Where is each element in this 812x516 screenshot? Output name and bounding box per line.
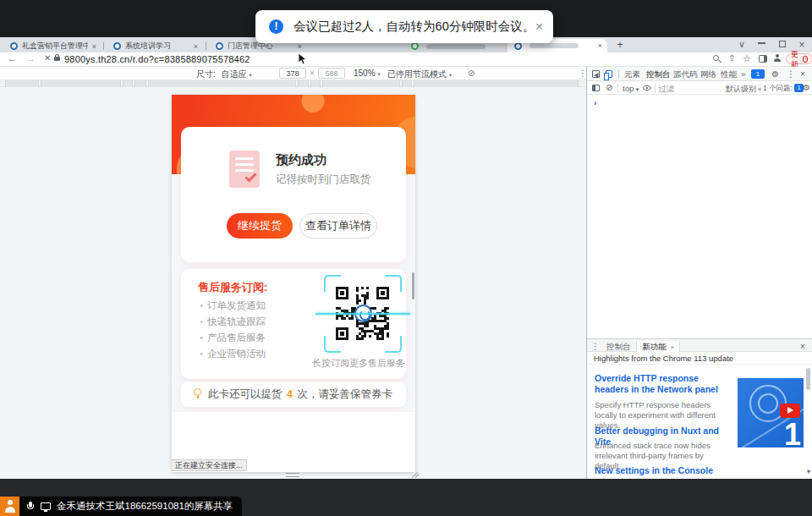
tab-favicon [411, 42, 419, 50]
devtools-tabbar: 元素 控制台 源代码 网络 性能 » 1 ⚙ ⋮ × [587, 67, 812, 81]
side-panel-icon[interactable] [759, 55, 767, 63]
success-title: 预约成功 [276, 152, 326, 168]
qr-code[interactable] [324, 275, 402, 353]
forward-icon[interactable]: → [26, 53, 36, 63]
address-toolbar: ← → ✕ 9800ys.th28.cn/r.do?c=838588907557… [0, 52, 812, 67]
drawer-more-icon[interactable]: ⋮ [591, 342, 600, 351]
device-size-label: 尺寸: 自适应 ▾ [196, 69, 252, 80]
zoom-indicator-icon[interactable] [713, 55, 719, 61]
issues-label[interactable]: 1 个问题: [763, 84, 793, 94]
success-subtitle: 记得按时到门店取货 [276, 173, 371, 187]
window-restore-button[interactable] [779, 41, 786, 47]
play-button-icon[interactable] [780, 403, 800, 418]
profile-icon[interactable] [773, 54, 782, 63]
console-settings-gear-icon[interactable]: ⚙ [803, 83, 810, 92]
lightbulb-icon [194, 388, 201, 396]
device-height-input[interactable] [318, 68, 345, 79]
whats-new-link[interactable]: Override HTTP response headers in the Ne… [595, 373, 733, 395]
update-chrome-button[interactable]: 更新 ! [786, 53, 812, 64]
service-item: •订单发货通知 [200, 299, 266, 312]
device-zoom-select[interactable]: 150% ▾ [354, 69, 381, 78]
more-tabs-icon[interactable]: » [741, 69, 745, 79]
url-text[interactable]: 9800ys.th28.cn/r.do?c=8385889075578462 [64, 54, 250, 64]
info-icon: ! [269, 19, 283, 34]
viewport-resize-corner[interactable] [411, 469, 420, 478]
bookmark-star-icon[interactable]: ☆ [743, 53, 751, 64]
page-scrollbar[interactable] [412, 272, 414, 299]
whats-new-link[interactable]: New settings in the Console [595, 465, 733, 476]
tab-close-icon[interactable]: × [298, 42, 302, 51]
whats-new-video-thumbnail[interactable]: 1 [738, 378, 804, 447]
tab-gift-admin[interactable]: 礼盒营销平台管理中心 × [3, 40, 102, 52]
tab-close-icon[interactable]: × [598, 41, 602, 50]
success-card: 预约成功 记得按时到门店取货 继续提货 查看订单详情 [181, 127, 406, 262]
service-item: •快递轨迹跟踪 [200, 316, 266, 328]
dimension-multiply-label: × [310, 69, 315, 78]
rotate-icon[interactable]: ⊘ [468, 69, 475, 78]
tab-divider [103, 42, 104, 50]
more-vert-icon[interactable]: ⋮ [787, 69, 795, 79]
tab-close-icon[interactable]: × [194, 42, 198, 51]
presenter-avatar-icon [0, 497, 19, 516]
window-menu-chevron-icon[interactable]: ∨ [736, 39, 748, 50]
console-messages-badge[interactable]: 1 [751, 69, 765, 79]
divider [760, 84, 760, 93]
lock-icon[interactable] [54, 57, 60, 61]
screen-share-text: 金禾通技术王斌18662591081的屏幕共享 [57, 500, 233, 513]
devtools-close-icon[interactable]: × [800, 69, 805, 79]
video-number: 1 [784, 417, 801, 447]
tab-network[interactable]: 网络 [700, 69, 716, 80]
screen-share-bar: 金禾通技术王斌18662591081的屏幕共享 [0, 497, 242, 516]
continue-pickup-button[interactable]: 继续提货 [227, 213, 293, 239]
gear-icon[interactable]: ⚙ [771, 69, 779, 79]
device-size-mode[interactable]: 自适应 [222, 69, 247, 79]
console-toolbar: ⊘ top ▾ 默认级别 ▾ 1 个问题: 1 ⚙ [587, 81, 812, 95]
subscribe-title: 售后服务订阅: [198, 280, 267, 295]
drawer-tab-close-icon[interactable]: × [671, 343, 675, 351]
tab-console[interactable]: 控制台 [646, 69, 671, 80]
tab-sources[interactable]: 源代码 [673, 69, 698, 80]
tab-close-icon[interactable]: × [92, 42, 96, 51]
microphone-icon[interactable] [28, 502, 33, 512]
device-toolbar-toggle-icon[interactable] [606, 70, 612, 78]
drawer-close-icon[interactable]: × [800, 342, 805, 351]
tab-training[interactable]: 系统培训学习 × [107, 40, 203, 52]
chevron-down-icon: ▾ [377, 71, 381, 77]
devtools-panel: 元素 控制台 源代码 网络 性能 » 1 ⚙ ⋮ × ⊘ top ▾ 默认级别 … [586, 67, 812, 479]
toast-close-icon[interactable]: × [535, 19, 543, 35]
connection-status-text: 正在建立安全连接... [172, 459, 247, 471]
whats-new-content: Override HTTP response headers in the Ne… [587, 365, 812, 479]
console-filter-input[interactable] [658, 83, 722, 93]
drawer-scrollbar[interactable] [806, 368, 810, 390]
throttle-select[interactable]: 已停用节流模式 ▾ [387, 69, 452, 80]
pickup-tip-card: 此卡还可以提货 4 次，请妥善保管券卡 [181, 382, 406, 407]
viewport-resize-handle[interactable] [286, 473, 299, 477]
tab-performance[interactable]: 性能 [721, 69, 737, 80]
drawer-tab-console[interactable]: 控制台 [601, 341, 636, 353]
log-levels-select[interactable]: 默认级别 ▾ [726, 84, 761, 95]
share-icon[interactable]: ⇧ [728, 53, 735, 63]
console-sidebar-icon[interactable] [592, 85, 600, 91]
new-tab-button[interactable]: + [614, 40, 626, 52]
tab-elements[interactable]: 元素 [624, 69, 640, 80]
context-select[interactable]: top ▾ [623, 84, 639, 93]
tab-obscured-label [426, 44, 486, 49]
clear-console-icon[interactable]: ⊘ [606, 83, 612, 92]
eye-icon[interactable] [643, 85, 651, 91]
tab-favicon [216, 42, 223, 50]
scroll-down-icon[interactable]: ▾ [807, 468, 810, 475]
service-item: •产品售后服务 [200, 332, 266, 344]
view-order-button[interactable]: 查看订单详情 [299, 213, 377, 239]
stop-loading-icon[interactable]: ✕ [44, 53, 51, 63]
whats-new-header: Highlights from the Chrome 113 update [587, 352, 812, 365]
drawer-tab-whats-new[interactable]: 新功能× [636, 341, 680, 353]
back-icon[interactable]: ← [8, 53, 17, 63]
device-width-input[interactable] [279, 68, 306, 79]
update-alert-icon: ! [803, 56, 808, 63]
service-item: •企业营销活动 [200, 348, 266, 360]
inspect-element-icon[interactable] [592, 70, 600, 78]
console-prompt-icon[interactable]: › [594, 98, 596, 107]
screen-share-icon[interactable] [41, 502, 51, 510]
meeting-toast: ! 会议已超过2人，自动转为60分钟限时会议。 × [255, 10, 553, 43]
window-minimize-button[interactable] [758, 42, 765, 44]
